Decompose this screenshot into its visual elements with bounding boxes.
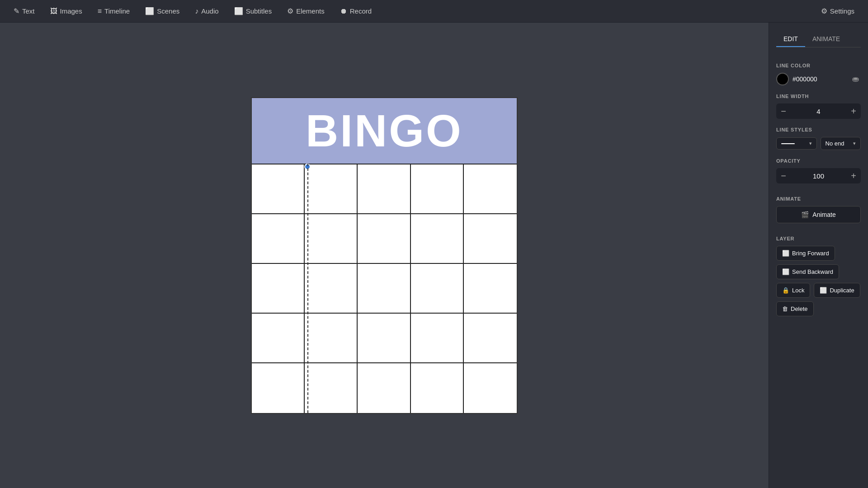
settings-icon: ⚙ — [821, 7, 827, 15]
nav-label-audio: Audio — [201, 7, 218, 15]
nav-item-text[interactable]: ✎ Text — [7, 4, 41, 18]
nav-label-elements: Elements — [296, 7, 325, 15]
nav-label-images: Images — [60, 7, 82, 15]
duplicate-button[interactable]: ⬜ Duplicate — [814, 283, 860, 298]
bingo-cell — [464, 164, 517, 214]
bingo-cell — [358, 214, 410, 264]
nav-item-scenes[interactable]: ⬜ Scenes — [139, 4, 186, 18]
bingo-cell — [305, 264, 358, 314]
bingo-cell — [358, 363, 410, 413]
opacity-increment-button[interactable]: + — [846, 168, 861, 183]
canvas-area: BINGO — [0, 23, 769, 488]
bingo-cell — [252, 363, 305, 413]
bingo-cell — [411, 264, 464, 314]
animate-button-label: Animate — [812, 211, 835, 218]
tab-animate[interactable]: ANIMATE — [805, 32, 847, 47]
text-icon: ✎ — [14, 7, 19, 15]
send-backward-label: Send Backward — [792, 268, 833, 275]
bring-forward-label: Bring Forward — [792, 250, 829, 257]
duplicate-icon: ⬜ — [820, 287, 827, 294]
layer-actions: ⬜ Bring Forward ⬜ Send Backward 🔒 Lock ⬜… — [776, 246, 861, 316]
lock-label: Lock — [792, 287, 804, 294]
nav-label-scenes: Scenes — [157, 7, 179, 15]
bingo-cell — [305, 164, 358, 214]
opacity-decrement-button[interactable]: − — [776, 168, 791, 183]
record-icon: ⏺ — [340, 7, 347, 15]
nav-item-timeline[interactable]: ≡ Timeline — [91, 5, 136, 18]
bingo-cell — [252, 314, 305, 363]
duplicate-label: Duplicate — [830, 287, 854, 294]
bingo-cell — [464, 264, 517, 314]
eyedropper-button[interactable]: ⛂ — [850, 73, 861, 85]
line-handle-dot[interactable] — [304, 164, 311, 170]
bring-forward-button[interactable]: ⬜ Bring Forward — [776, 246, 835, 261]
animate-button[interactable]: 🎬 Animate — [776, 206, 861, 223]
panel-tab-row: EDIT ANIMATE — [776, 32, 861, 47]
nav-item-settings[interactable]: ⚙ Settings — [815, 4, 861, 18]
line-width-decrement-button[interactable]: − — [776, 103, 791, 119]
line-end-label: No end — [826, 140, 844, 147]
line-styles-row: ▾ No end ▾ — [776, 137, 861, 150]
line-end-chevron: ▾ — [853, 141, 856, 146]
audio-icon: ♪ — [195, 7, 198, 15]
send-backward-button[interactable]: ⬜ Send Backward — [776, 264, 839, 279]
nav-item-subtitles[interactable]: ⬜ Subtitles — [228, 4, 278, 18]
bingo-cell — [252, 214, 305, 264]
bring-forward-icon: ⬜ — [782, 250, 789, 257]
nav-label-subtitles: Subtitles — [246, 7, 272, 15]
layer-label: LAYER — [776, 236, 861, 241]
opacity-stepper: − 100 + — [776, 168, 861, 183]
line-styles-label: LINE STYLES — [776, 127, 861, 132]
top-nav: ✎ Text 🖼 Images ≡ Timeline ⬜ Scenes ♪ Au… — [0, 0, 868, 23]
line-width-stepper: − 4 + — [776, 103, 861, 119]
tab-edit[interactable]: EDIT — [776, 32, 805, 47]
bingo-title: BINGO — [306, 105, 463, 157]
right-panel: EDIT ANIMATE LINE COLOR #000000 ⛂ LINE W… — [769, 23, 868, 488]
nav-label-settings: Settings — [830, 7, 854, 15]
nav-item-elements[interactable]: ⚙ Elements — [281, 4, 331, 18]
line-style-preview — [781, 143, 795, 144]
nav-label-record: Record — [350, 7, 372, 15]
animate-section: ANIMATE 🎬 Animate — [776, 190, 861, 223]
bingo-cell — [411, 314, 464, 363]
bingo-grid — [252, 164, 517, 413]
bingo-cell — [411, 164, 464, 214]
bingo-cell — [305, 214, 358, 264]
nav-item-record[interactable]: ⏺ Record — [334, 5, 378, 18]
lock-icon: 🔒 — [782, 287, 789, 294]
images-icon: 🖼 — [50, 7, 57, 15]
line-color-swatch[interactable] — [776, 73, 789, 85]
delete-label: Delete — [791, 305, 808, 312]
animate-section-label: ANIMATE — [776, 196, 861, 202]
line-color-row: #000000 ⛂ — [776, 73, 861, 85]
subtitles-icon: ⬜ — [234, 7, 243, 15]
opacity-value: 100 — [791, 172, 846, 180]
bingo-cell — [464, 314, 517, 363]
line-width-value: 4 — [791, 108, 846, 115]
bingo-cell — [358, 264, 410, 314]
bingo-cell — [305, 363, 358, 413]
main-layout: BINGO — [0, 23, 868, 488]
elements-icon: ⚙ — [287, 7, 293, 15]
nav-label-timeline: Timeline — [104, 7, 130, 15]
line-style-select[interactable]: ▾ — [776, 137, 817, 150]
bingo-cell — [252, 264, 305, 314]
nav-item-images[interactable]: 🖼 Images — [44, 5, 89, 18]
lock-button[interactable]: 🔒 Lock — [776, 283, 810, 298]
line-color-label: LINE COLOR — [776, 63, 861, 68]
scenes-icon: ⬜ — [145, 7, 154, 15]
line-width-label: LINE WIDTH — [776, 94, 861, 99]
line-color-hex: #000000 — [793, 75, 847, 83]
delete-button[interactable]: 🗑 Delete — [776, 301, 814, 316]
bingo-cell — [411, 363, 464, 413]
bingo-cell — [358, 314, 410, 363]
animate-icon: 🎬 — [801, 211, 809, 218]
line-width-increment-button[interactable]: + — [846, 103, 861, 119]
bingo-cell — [358, 164, 410, 214]
line-end-select[interactable]: No end ▾ — [821, 137, 861, 150]
nav-item-audio[interactable]: ♪ Audio — [189, 5, 225, 18]
bingo-cell — [305, 314, 358, 363]
opacity-label: OPACITY — [776, 158, 861, 164]
bingo-cell — [411, 214, 464, 264]
bingo-cell — [252, 164, 305, 214]
